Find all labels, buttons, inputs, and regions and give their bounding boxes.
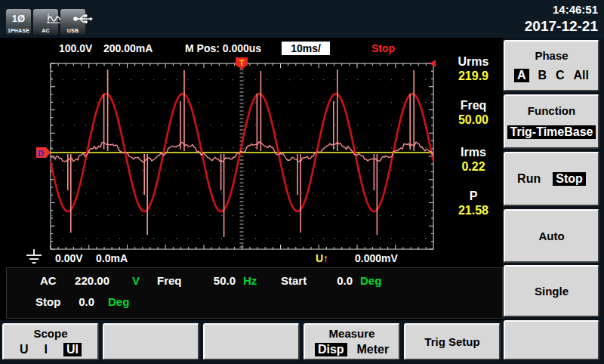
trig-setup-softkey[interactable]: Trig Setup	[404, 323, 501, 360]
blank-side-button[interactable]	[504, 320, 599, 360]
measurement-irms: Irms0.22	[442, 145, 504, 174]
scope-display: TD	[30, 53, 450, 272]
measure-softkey-title: Measure	[329, 327, 375, 340]
measurement-value: 50.00	[458, 113, 488, 126]
info-value: 0.0	[285, 274, 353, 287]
instrument-screen: 14:46:51 2017-12-21 1Ø1PHASEACUSB 100.0V…	[0, 0, 604, 364]
measurement-label: Urms	[442, 54, 504, 69]
auto-button-title: Auto	[538, 230, 564, 242]
info-unit: Deg	[360, 274, 381, 287]
usb-badge-caption: USB	[67, 28, 79, 35]
info-value: 50.0	[168, 274, 236, 287]
ac-badge: AC	[33, 9, 58, 35]
measure-softkey-options: DispMeter	[305, 343, 399, 356]
measurement-label-text: Freq	[461, 99, 487, 112]
phase-1-badge: 1Ø1PHASE	[6, 9, 31, 35]
info-unit: V	[132, 274, 140, 287]
trigger-level-marker	[430, 60, 436, 67]
measure-softkey[interactable]: MeasureDispMeter	[304, 323, 400, 360]
ac-badge-caption: AC	[42, 28, 50, 35]
function-button-options: Trig-TimeBase	[505, 125, 598, 139]
date-text: 2017-12-21	[525, 17, 598, 35]
function-button-title: Function	[528, 104, 575, 117]
phase-button-option-all: All	[574, 69, 589, 82]
single-button[interactable]: Single	[504, 265, 599, 317]
measurement-value: 21.58	[458, 204, 488, 217]
measurement-label-text: Irms	[461, 146, 486, 159]
scope-softkey-title: Scope	[33, 327, 67, 340]
measurement-urms: Urms219.9	[442, 54, 504, 83]
measurement-label-text: P	[470, 190, 478, 202]
phase-button-option-b: B	[538, 69, 547, 82]
phase-button-options: ABCAll	[505, 69, 598, 82]
blank-softkey-3[interactable]	[203, 323, 300, 360]
run-stop-button[interactable]: RunStop	[504, 152, 599, 206]
function-button[interactable]: FunctionTrig-TimeBase	[504, 94, 599, 149]
measure-softkey-option-disp: Disp	[315, 343, 347, 356]
function-button-option-trig-timebase: Trig-TimeBase	[507, 125, 596, 139]
scope-softkey-option-ui: UI	[63, 343, 82, 356]
info-unit: Hz	[243, 274, 257, 287]
ground-icon	[23, 248, 45, 265]
trigger-top-marker-letter: T	[239, 58, 245, 67]
measurement-value: 0.22	[461, 160, 485, 173]
phase-button-option-c: C	[556, 69, 565, 82]
clock: 14:46:51 2017-12-21	[525, 3, 598, 35]
scope-softkey-option-u: U	[20, 343, 29, 356]
info-value: 220.00	[42, 274, 109, 287]
phase-button-option-a: A	[514, 69, 529, 82]
phase-1-badge-caption: 1PHASE	[8, 28, 29, 35]
measurement-label: Irms	[442, 145, 504, 159]
one-phase-icon: 1Ø	[12, 9, 25, 28]
phase-button-title: Phase	[535, 49, 568, 62]
measurement-freq: Freq50.00	[442, 98, 504, 127]
voltage-offset-label: 0.00V	[55, 252, 83, 264]
measurement-p: P21.58	[442, 189, 504, 217]
run-stop-button-options: RunStop	[505, 172, 598, 186]
scope-softkey-option-i: I	[45, 343, 48, 356]
measurement-value: 219.9	[458, 69, 488, 82]
info-value: 0.0	[26, 295, 94, 308]
measure-softkey-option-meter: Meter	[356, 343, 389, 356]
measurement-label-text: Urms	[458, 55, 489, 68]
current-offset-label: 0.0mA	[96, 252, 128, 264]
trig-source-label: U↑	[316, 252, 328, 264]
blank-softkey-2[interactable]	[103, 323, 199, 360]
auto-button[interactable]: Auto	[504, 209, 599, 263]
run-stop-button-option-run: Run	[517, 172, 541, 186]
measurement-label: P	[442, 189, 504, 203]
phase-button[interactable]: PhaseABCAll	[504, 40, 599, 91]
info-unit: Deg	[108, 295, 129, 308]
scope-softkey[interactable]: ScopeUIUI	[2, 323, 99, 360]
time-text: 14:46:51	[525, 3, 598, 17]
trig-setup-softkey-title: Trig Setup	[424, 335, 479, 348]
trig-level-label: 0.000mV	[355, 252, 398, 264]
usb-badge: USB	[60, 9, 85, 35]
scope-softkey-options: UIUI	[4, 343, 97, 356]
single-button-title: Single	[535, 285, 569, 298]
run-stop-button-option-stop: Stop	[553, 172, 586, 186]
d-channel-marker-letter: D	[38, 149, 44, 158]
measurement-label: Freq	[442, 98, 504, 113]
